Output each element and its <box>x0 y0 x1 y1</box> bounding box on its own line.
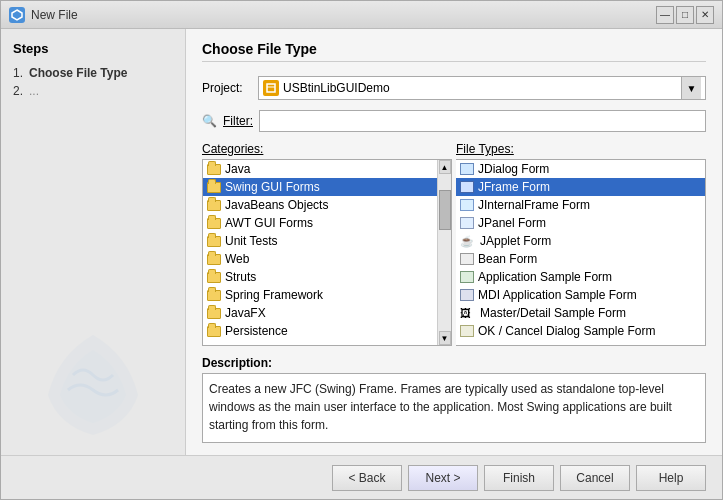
ft-app-sample-label: Application Sample Form <box>478 270 612 284</box>
maximize-button[interactable]: □ <box>676 6 694 24</box>
project-combo[interactable]: USBtinLibGUIDemo ▼ <box>258 76 706 100</box>
form-icon <box>460 163 474 175</box>
categories-label: Categories: <box>202 142 452 156</box>
categories-filetypes-section: Categories: Java Swing GUI Forms <box>202 142 706 346</box>
step-2-label: ... <box>29 84 39 98</box>
project-combo-text: USBtinLibGUIDemo <box>283 81 677 95</box>
ft-jdialog-label: JDialog Form <box>478 162 549 176</box>
ft-jinternalframe-label: JInternalFrame Form <box>478 198 590 212</box>
search-icon: 🔍 <box>202 114 217 128</box>
project-label: Project: <box>202 81 250 95</box>
category-struts-label: Struts <box>225 270 256 284</box>
scroll-down-arrow[interactable]: ▼ <box>439 331 451 345</box>
help-button[interactable]: Help <box>636 465 706 491</box>
ft-mdi-sample[interactable]: MDI Application Sample Form <box>456 286 705 304</box>
category-swing[interactable]: Swing GUI Forms <box>203 178 437 196</box>
category-struts[interactable]: Struts <box>203 268 437 286</box>
folder-icon <box>207 236 221 247</box>
category-persistence[interactable]: Persistence <box>203 322 437 340</box>
back-button[interactable]: < Back <box>332 465 402 491</box>
filetypes-label: File Types: <box>456 142 706 156</box>
ft-master-detail[interactable]: 🖼 Master/Detail Sample Form <box>456 304 705 322</box>
form-icon <box>460 181 474 193</box>
folder-icon <box>207 272 221 283</box>
applet-icon: ☕ <box>460 234 476 248</box>
category-javabeans[interactable]: JavaBeans Objects <box>203 196 437 214</box>
folder-icon <box>207 290 221 301</box>
category-persistence-label: Persistence <box>225 324 288 338</box>
step-2-number: 2. <box>13 84 23 98</box>
category-javabeans-label: JavaBeans Objects <box>225 198 328 212</box>
ft-japplet[interactable]: ☕ JApplet Form <box>456 232 705 250</box>
step-1: 1. Choose File Type <box>13 66 173 80</box>
form-icon <box>460 199 474 211</box>
ft-bean[interactable]: Bean Form <box>456 250 705 268</box>
form-icon <box>460 271 474 283</box>
folder-icon <box>207 200 221 211</box>
folder-icon <box>207 308 221 319</box>
filter-input[interactable] <box>259 110 706 132</box>
category-awt[interactable]: AWT GUI Forms <box>203 214 437 232</box>
category-web-label: Web <box>225 252 249 266</box>
folder-icon <box>207 326 221 337</box>
dialog-footer: < Back Next > Finish Cancel Help <box>1 455 722 499</box>
ft-jdialog[interactable]: JDialog Form <box>456 160 705 178</box>
ft-ok-cancel-label: OK / Cancel Dialog Sample Form <box>478 324 655 338</box>
category-javafx[interactable]: JavaFX <box>203 304 437 322</box>
folder-icon <box>207 164 221 175</box>
project-combo-icon <box>263 80 279 96</box>
svg-rect-1 <box>267 84 275 92</box>
cancel-button[interactable]: Cancel <box>560 465 630 491</box>
scroll-thumb[interactable] <box>439 190 451 230</box>
category-swing-label: Swing GUI Forms <box>225 180 320 194</box>
form-icon <box>460 325 474 337</box>
step-1-number: 1. <box>13 66 23 80</box>
categories-list: Java Swing GUI Forms JavaBeans Objects <box>202 159 452 346</box>
category-java[interactable]: Java <box>203 160 437 178</box>
watermark <box>1 325 185 445</box>
categories-scroll[interactable]: Java Swing GUI Forms JavaBeans Objects <box>203 160 437 345</box>
categories-scrollbar[interactable]: ▲ ▼ <box>437 160 451 345</box>
steps-list: 1. Choose File Type 2. ... <box>13 66 173 98</box>
category-spring[interactable]: Spring Framework <box>203 286 437 304</box>
folder-icon <box>207 254 221 265</box>
next-button[interactable]: Next > <box>408 465 478 491</box>
filetypes-list[interactable]: JDialog Form JFrame Form JInternalFrame … <box>456 159 706 346</box>
panel-title: Choose File Type <box>202 41 706 62</box>
ft-jframe[interactable]: JFrame Form <box>456 178 705 196</box>
new-file-dialog: New File — □ ✕ Steps 1. Choose File Type… <box>0 0 723 500</box>
project-dropdown-arrow[interactable]: ▼ <box>681 77 701 99</box>
description-text: Creates a new JFC (Swing) Frame. Frames … <box>202 373 706 443</box>
main-panel: Choose File Type Project: USBtinLibGUIDe… <box>186 29 722 455</box>
minimize-button[interactable]: — <box>656 6 674 24</box>
form-icon <box>460 289 474 301</box>
category-unittests-label: Unit Tests <box>225 234 277 248</box>
category-web[interactable]: Web <box>203 250 437 268</box>
filetypes-pane: File Types: JDialog Form JFrame Form <box>456 142 706 346</box>
form-icon <box>460 253 474 265</box>
finish-button[interactable]: Finish <box>484 465 554 491</box>
ft-japplet-label: JApplet Form <box>480 234 551 248</box>
svg-marker-0 <box>12 10 22 20</box>
ft-mdi-sample-label: MDI Application Sample Form <box>478 288 637 302</box>
category-unittests[interactable]: Unit Tests <box>203 232 437 250</box>
folder-icon <box>207 218 221 229</box>
dialog-content: Steps 1. Choose File Type 2. ... <box>1 29 722 455</box>
filter-label: Filter: <box>223 114 253 128</box>
categories-pane: Categories: Java Swing GUI Forms <box>202 142 452 346</box>
filter-row: 🔍 Filter: <box>202 110 706 132</box>
project-row: Project: USBtinLibGUIDemo ▼ <box>202 76 706 100</box>
scroll-up-arrow[interactable]: ▲ <box>439 160 451 174</box>
ft-app-sample[interactable]: Application Sample Form <box>456 268 705 286</box>
ft-jinternalframe[interactable]: JInternalFrame Form <box>456 196 705 214</box>
ft-jpanel[interactable]: JPanel Form <box>456 214 705 232</box>
ft-jframe-label: JFrame Form <box>478 180 550 194</box>
titlebar: New File — □ ✕ <box>1 1 722 29</box>
step-1-label: Choose File Type <box>29 66 127 80</box>
close-button[interactable]: ✕ <box>696 6 714 24</box>
ft-ok-cancel[interactable]: OK / Cancel Dialog Sample Form <box>456 322 705 340</box>
description-label: Description: <box>202 356 706 370</box>
category-spring-label: Spring Framework <box>225 288 323 302</box>
ft-jpanel-label: JPanel Form <box>478 216 546 230</box>
folder-icon <box>207 182 221 193</box>
